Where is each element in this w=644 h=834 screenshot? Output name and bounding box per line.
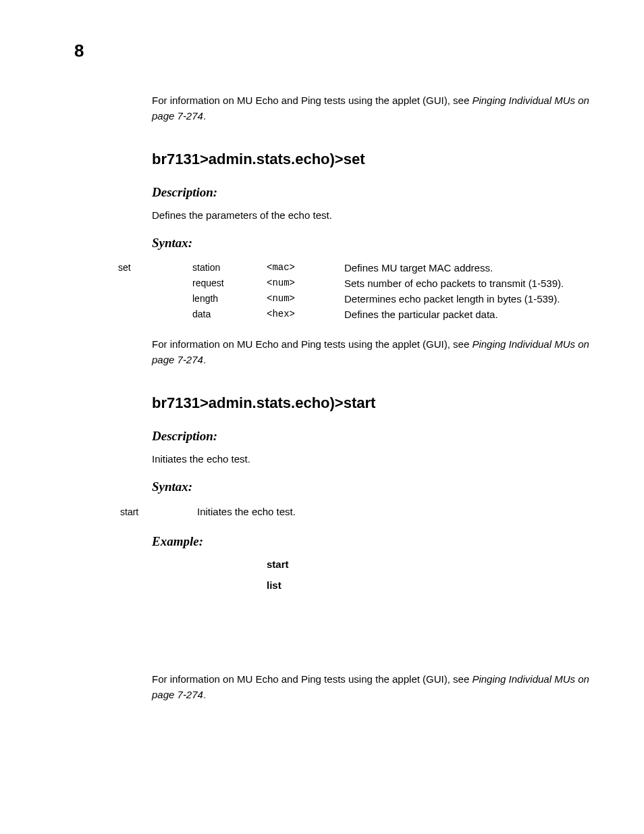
- syntax-desc: Defines the particular packet data.: [344, 307, 564, 322]
- page-content: For information on MU Echo and Ping test…: [118, 93, 591, 729]
- syntax-param: station: [192, 260, 267, 276]
- syntax-cmd: start: [119, 505, 195, 518]
- start-syntax-label: Syntax:: [152, 479, 591, 494]
- syntax-param: request: [192, 276, 267, 291]
- set-heading: br7131>admin.stats.echo)>set: [152, 151, 591, 168]
- page-number: 8: [74, 41, 84, 61]
- syntax-param: data: [192, 307, 267, 322]
- start-heading: br7131>admin.stats.echo)>start: [152, 394, 591, 412]
- syntax-arg: <mac>: [267, 260, 344, 276]
- info-suffix: .: [203, 354, 206, 365]
- info-paragraph-top: For information on MU Echo and Ping test…: [152, 93, 591, 124]
- example-line: list: [267, 579, 591, 591]
- start-description-text: Initiates the echo test.: [152, 453, 591, 465]
- info-text: For information on MU Echo and Ping test…: [152, 673, 472, 685]
- set-description-label: Description:: [152, 185, 591, 200]
- syntax-arg: <hex>: [267, 307, 344, 322]
- syntax-param: length: [192, 291, 267, 307]
- syntax-arg: <num>: [267, 276, 344, 291]
- start-description-label: Description:: [152, 429, 591, 444]
- info-paragraph-bottom: For information on MU Echo and Ping test…: [152, 672, 591, 702]
- set-syntax-table: set station <mac> Defines MU target MAC …: [118, 260, 564, 322]
- syntax-arg: <num>: [267, 291, 344, 307]
- table-row: start Initiates the echo test.: [119, 505, 296, 518]
- syntax-desc: Determines echo packet length in bytes (…: [344, 291, 564, 307]
- info-paragraph-set: For information on MU Echo and Ping test…: [152, 337, 591, 367]
- info-suffix: .: [203, 689, 206, 700]
- table-row: set station <mac> Defines MU target MAC …: [118, 260, 564, 276]
- set-syntax-label: Syntax:: [152, 236, 591, 251]
- example-block: start list: [267, 558, 591, 591]
- syntax-desc: Defines MU target MAC address.: [344, 260, 564, 276]
- start-example-label: Example:: [152, 534, 591, 549]
- start-syntax-table: start Initiates the echo test.: [118, 504, 298, 519]
- table-row: data <hex> Defines the particular packet…: [118, 307, 564, 322]
- table-row: request <num> Sets number of echo packet…: [118, 276, 564, 291]
- syntax-desc: Sets number of echo packets to transmit …: [344, 276, 564, 291]
- info-text: For information on MU Echo and Ping test…: [152, 95, 472, 106]
- example-line: start: [267, 558, 591, 570]
- info-suffix: .: [203, 110, 206, 122]
- info-text: For information on MU Echo and Ping test…: [152, 338, 472, 350]
- syntax-cmd: set: [118, 260, 192, 276]
- table-row: length <num> Determines echo packet leng…: [118, 291, 564, 307]
- syntax-desc: Initiates the echo test.: [196, 505, 296, 518]
- set-description-text: Defines the parameters of the echo test.: [152, 209, 591, 221]
